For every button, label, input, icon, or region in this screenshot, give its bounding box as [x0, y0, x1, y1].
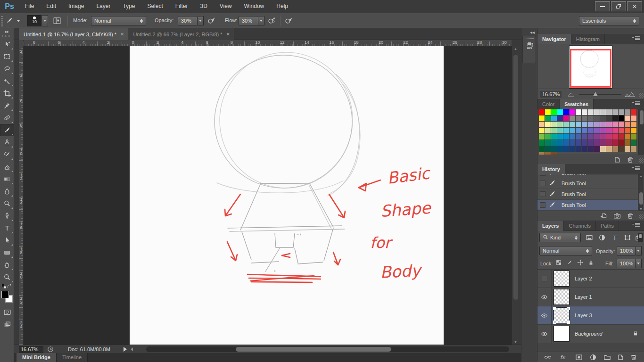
vertical-scrollbar[interactable]: ▲ ▼ [512, 46, 519, 345]
zoom-in-icon[interactable] [625, 91, 635, 97]
history-source-checkbox[interactable] [540, 181, 545, 186]
layer-opacity-field[interactable]: 100% [617, 246, 636, 255]
3d-panel-icon[interactable] [525, 41, 534, 50]
swatch[interactable] [594, 146, 600, 152]
navigator-zoom-slider[interactable] [579, 94, 621, 95]
delete-swatch-icon[interactable] [627, 156, 635, 164]
navigator-panel-menu-icon[interactable] [632, 35, 642, 43]
status-zoom-field[interactable]: 16.67% [19, 346, 43, 353]
swatch[interactable] [545, 115, 551, 121]
link-layers-icon[interactable] [544, 354, 553, 361]
history-source-checkbox[interactable] [540, 202, 545, 208]
menu-view[interactable]: View [214, 0, 238, 13]
menu-select[interactable]: Select [141, 0, 169, 13]
zoom-out-icon[interactable] [568, 92, 574, 97]
swatch[interactable] [631, 140, 636, 146]
swatch[interactable] [551, 134, 557, 140]
swatches-scrollbar[interactable] [638, 109, 644, 155]
history-panel-menu-icon[interactable] [632, 165, 642, 173]
swatch[interactable] [594, 140, 600, 146]
swatch[interactable] [539, 128, 545, 133]
swatch[interactable] [545, 140, 551, 146]
flow-field[interactable]: 30% [239, 16, 258, 25]
history-scroll-down-icon[interactable]: ▼ [639, 207, 643, 211]
screen-mode-button[interactable] [0, 318, 14, 330]
swatch[interactable] [551, 140, 557, 146]
swatch[interactable] [606, 122, 612, 127]
swatch[interactable] [625, 140, 630, 146]
swatch[interactable] [600, 115, 606, 121]
brush-tool-icon[interactable] [6, 16, 15, 25]
restore-button[interactable] [611, 1, 626, 11]
blend-mode-dropdown[interactable]: Normal [91, 16, 146, 25]
swatch[interactable] [576, 146, 581, 152]
quick-mask-button[interactable] [0, 306, 14, 318]
swatch[interactable] [631, 128, 636, 133]
delete-state-icon[interactable] [627, 212, 635, 220]
history-state[interactable]: Brush Tool [537, 178, 644, 189]
close-tab-icon[interactable]: ✕ [226, 32, 230, 37]
swatch[interactable] [588, 122, 594, 127]
menu-help[interactable]: Help [270, 0, 294, 13]
layer-visibility-eye-icon[interactable] [537, 325, 552, 343]
ruler-vertical[interactable]: 24681012141618202224 [19, 46, 24, 345]
swatch[interactable] [582, 115, 587, 121]
swatch[interactable] [588, 128, 594, 133]
swatch[interactable] [606, 128, 612, 133]
swatch[interactable] [570, 115, 575, 121]
close-tab-icon[interactable]: ✕ [120, 32, 124, 37]
close-button[interactable]: ✕ [627, 1, 642, 11]
document-tab-2[interactable]: Untitled-2 @ 66.7% (Layer 2, RGB/8) *✕ [128, 28, 234, 40]
swatch[interactable] [570, 146, 575, 152]
swatch[interactable] [563, 128, 569, 133]
tab-layers[interactable]: Layers [537, 221, 564, 231]
navigator-thumbnail[interactable] [570, 46, 612, 88]
swatch[interactable] [539, 140, 545, 146]
foreground-color-well[interactable] [1, 291, 9, 298]
layer-thumbnail[interactable] [554, 326, 569, 341]
swatch[interactable] [600, 122, 606, 127]
gradient-tool[interactable] [0, 173, 14, 185]
swatch[interactable] [625, 146, 630, 152]
swatch[interactable] [612, 140, 618, 146]
collapsed-3d-panel[interactable] [522, 36, 536, 63]
swatch[interactable] [582, 122, 587, 127]
swatch[interactable] [625, 134, 630, 140]
layer-visibility-eye-icon[interactable] [537, 306, 552, 324]
swatch[interactable] [557, 134, 563, 140]
swatch[interactable] [594, 128, 600, 133]
swatch[interactable] [570, 134, 575, 140]
swatch[interactable] [625, 128, 630, 133]
swatch[interactable] [545, 122, 551, 127]
swatch[interactable] [600, 128, 606, 133]
swatch[interactable] [563, 140, 569, 146]
swatch[interactable] [631, 122, 636, 127]
opacity-pressure-icon[interactable] [207, 16, 217, 25]
swatch[interactable] [625, 115, 630, 121]
layer-row-layer-3[interactable]: Layer 3 [537, 306, 644, 325]
new-adjustment-layer-icon[interactable] [589, 354, 599, 361]
history-state[interactable]: Brush Tool [537, 189, 644, 200]
status-detail-arrow-icon[interactable] [124, 347, 127, 352]
new-swatch-icon[interactable] [613, 156, 622, 164]
tab-mini-bridge[interactable]: Mini Bridge [17, 353, 57, 362]
document-tab-1[interactable]: Untitled-1 @ 16.7% (Layer 3, CMYK/8) *✕ [19, 28, 128, 40]
filter-pixel-layers-icon[interactable] [586, 234, 594, 241]
path-selection-tool[interactable] [0, 234, 14, 247]
swatch[interactable] [576, 140, 581, 146]
swatch[interactable] [600, 140, 606, 146]
healing-brush-tool[interactable] [0, 112, 14, 124]
default-swap-colors[interactable] [0, 283, 14, 289]
layers-panel-menu-icon[interactable] [632, 222, 642, 230]
brush-picker-caret[interactable] [42, 15, 48, 26]
horizontal-scrollbar-thumb[interactable] [236, 347, 391, 352]
lasso-tool[interactable] [0, 63, 14, 75]
swatch[interactable] [582, 134, 587, 140]
type-tool[interactable]: T [0, 222, 14, 234]
navigator-zoom-field[interactable]: 16.67% [540, 91, 561, 98]
swatch[interactable] [612, 128, 618, 133]
eyedropper-tool[interactable] [0, 99, 14, 112]
swatch[interactable] [576, 128, 581, 133]
new-group-icon[interactable] [603, 354, 613, 361]
tab-histogram[interactable]: Histogram [571, 34, 605, 44]
